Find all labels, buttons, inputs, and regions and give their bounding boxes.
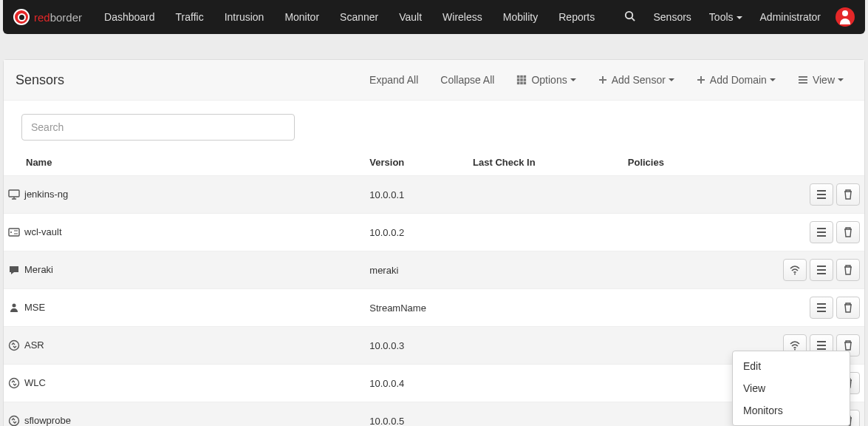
add-domain-button[interactable]: Add Domain: [688, 69, 785, 91]
swap-icon: [8, 377, 20, 389]
chevron-down-icon: [770, 78, 776, 81]
row-actions: [744, 251, 864, 289]
row-actions: [744, 214, 864, 251]
row-version: 10.0.0.4: [365, 365, 468, 402]
nav-scanner[interactable]: Scanner: [329, 0, 389, 34]
row-actions: [744, 176, 864, 214]
add-sensor-button[interactable]: Add Sensor: [590, 69, 683, 91]
plus-icon: [697, 75, 705, 84]
expand-all-button[interactable]: Expand All: [360, 69, 427, 91]
chevron-down-icon: [838, 78, 844, 81]
brand-logo-icon: [13, 9, 30, 25]
row-actions: [744, 289, 864, 327]
col-policies: Policies: [623, 151, 744, 176]
svg-rect-2: [517, 75, 520, 78]
nav-wireless[interactable]: Wireless: [432, 0, 493, 34]
panel-header: Sensors Expand All Collapse All Options …: [4, 60, 864, 101]
table-row[interactable]: Merakimeraki: [4, 251, 864, 289]
collapse-all-button[interactable]: Collapse All: [431, 69, 503, 91]
row-policies: [623, 176, 744, 214]
row-menu-button[interactable]: [810, 221, 833, 243]
menu-monitors[interactable]: Monitors: [733, 399, 850, 422]
delete-button[interactable]: [836, 259, 860, 281]
page-title: Sensors: [16, 72, 64, 88]
row-context-menu: Edit View Monitors: [732, 351, 850, 426]
monitor-icon: [8, 189, 20, 200]
menu-edit[interactable]: Edit: [733, 355, 850, 377]
svg-line-1: [632, 18, 635, 21]
svg-rect-6: [521, 78, 524, 81]
delete-button[interactable]: [836, 221, 860, 243]
search-input[interactable]: [21, 114, 295, 141]
nav-traffic[interactable]: Traffic: [165, 0, 214, 34]
row-policies: [623, 251, 744, 289]
row-last-check-in: [468, 327, 623, 365]
row-last-check-in: [468, 251, 623, 289]
col-last-check-in: Last Check In: [468, 151, 623, 176]
row-name: Meraki: [4, 251, 365, 289]
row-last-check-in: [468, 289, 623, 327]
delete-button[interactable]: [836, 297, 860, 319]
nav-vault[interactable]: Vault: [389, 0, 432, 34]
col-name: Name: [4, 151, 365, 176]
chevron-down-icon: [570, 78, 576, 81]
sensor-name-label: Meraki: [24, 264, 53, 275]
table-row[interactable]: jenkins-ng10.0.0.1: [4, 176, 864, 214]
avatar[interactable]: [835, 7, 855, 27]
server-icon: [8, 226, 20, 238]
search-icon[interactable]: [615, 10, 644, 24]
row-name: ASR: [4, 327, 365, 365]
row-policies: [623, 402, 744, 427]
chevron-down-icon: [737, 16, 742, 19]
row-menu-button[interactable]: [810, 259, 833, 281]
row-name: wcl-vault: [4, 214, 365, 251]
row-version: StreamName: [365, 289, 468, 327]
svg-point-0: [626, 12, 632, 18]
nav-intrusion[interactable]: Intrusion: [214, 0, 275, 34]
svg-rect-9: [521, 82, 524, 85]
row-version: 10.0.0.5: [365, 402, 468, 427]
sensor-name-label: WLC: [24, 377, 46, 388]
table-row[interactable]: MSEStreamName: [4, 289, 864, 327]
list-icon: [798, 75, 808, 84]
swap-icon: [8, 339, 20, 351]
svg-rect-4: [524, 75, 527, 78]
view-button[interactable]: View: [789, 69, 852, 91]
table-row[interactable]: wcl-vault10.0.0.2: [4, 214, 864, 251]
row-last-check-in: [468, 365, 623, 402]
brand-logo[interactable]: redborder: [13, 9, 82, 25]
nav-reports[interactable]: Reports: [548, 0, 605, 34]
wifi-button[interactable]: [783, 259, 807, 281]
plus-icon: [598, 75, 607, 84]
options-button[interactable]: Options: [508, 69, 584, 91]
row-version: 10.0.0.2: [365, 214, 468, 251]
nav-sensors[interactable]: Sensors: [644, 0, 700, 34]
sensor-name-label: ASR: [24, 339, 44, 351]
row-last-check-in: [468, 176, 623, 214]
row-last-check-in: [468, 214, 623, 251]
top-navbar: redborder Dashboard Traffic Intrusion Mo…: [3, 0, 865, 34]
nav-dashboard[interactable]: Dashboard: [94, 0, 165, 34]
row-name: sflowprobe: [4, 402, 365, 427]
panel-actions: Expand All Collapse All Options Add Sens…: [360, 69, 852, 91]
sensor-name-label: MSE: [24, 302, 45, 313]
svg-rect-7: [524, 78, 527, 81]
nav-mobility[interactable]: Mobility: [493, 0, 548, 34]
grid-icon: [516, 75, 527, 85]
sensor-name-label: jenkins-ng: [24, 189, 68, 200]
row-menu-button[interactable]: [810, 297, 833, 319]
row-policies: [623, 289, 744, 327]
row-policies: [623, 214, 744, 251]
col-version: Version: [365, 151, 468, 176]
menu-view[interactable]: View: [733, 377, 850, 399]
row-name: MSE: [4, 289, 365, 327]
nav-tools[interactable]: Tools: [700, 0, 751, 34]
swap-icon: [8, 415, 20, 426]
nav-monitor[interactable]: Monitor: [274, 0, 329, 34]
row-menu-button[interactable]: [810, 183, 833, 206]
svg-rect-10: [524, 82, 527, 85]
row-version: meraki: [365, 251, 468, 289]
nav-admin[interactable]: Administrator: [751, 0, 830, 34]
row-version: 10.0.0.3: [365, 327, 468, 365]
delete-button[interactable]: [836, 183, 860, 206]
